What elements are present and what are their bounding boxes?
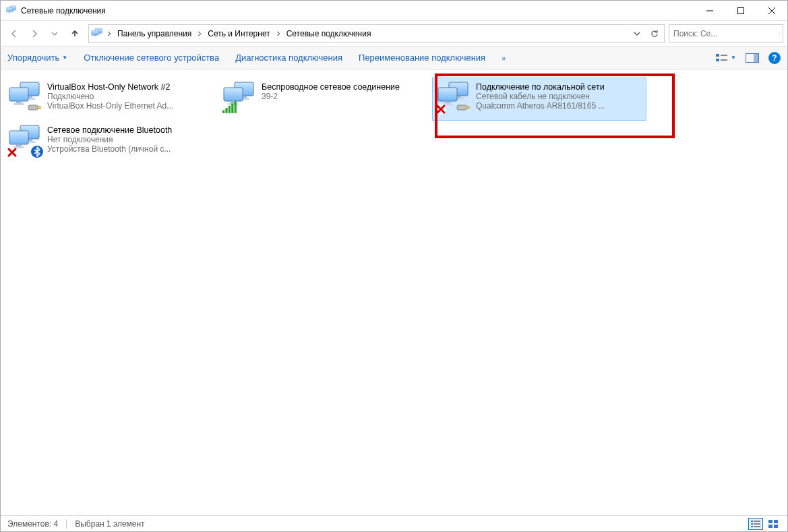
content-area: VirtualBox Host-Only Network #2 Подключе… (1, 69, 787, 515)
breadcrumb-1[interactable]: Сеть и Интернет (205, 26, 272, 42)
svg-rect-22 (754, 53, 759, 62)
chevron-right-icon[interactable] (105, 26, 113, 42)
connection-status: 39-2 (262, 92, 427, 101)
connection-status: Нет подключения (47, 135, 213, 144)
nav-back-button[interactable] (5, 24, 24, 43)
chevron-down-icon: ▼ (731, 55, 736, 61)
svg-rect-20 (721, 59, 727, 61)
connection-name: Сетевое подключение Bluetooth (47, 125, 213, 135)
network-adapter-icon (437, 81, 471, 113)
connection-status: Подключено (47, 92, 213, 101)
organize-menu[interactable]: Упорядочить ▼ (7, 53, 67, 63)
breadcrumb-2[interactable]: Сетевые подключения (284, 26, 374, 42)
navbar: Панель управления Сеть и Интернет Сетевы… (1, 21, 787, 47)
connection-item-selected[interactable]: Подключение по локальной сети Сетевой ка… (432, 78, 646, 121)
svg-rect-30 (774, 520, 778, 523)
svg-rect-17 (716, 54, 719, 57)
connection-name: Беспроводное сетевое соединение (262, 82, 427, 92)
nav-history-dropdown[interactable] (45, 24, 64, 43)
network-adapter-icon (8, 81, 42, 113)
error-x-icon (435, 104, 446, 115)
titlebar: Сетевые подключения (1, 1, 787, 21)
refresh-button[interactable] (646, 26, 663, 42)
search-icon[interactable] (779, 29, 780, 38)
chevron-right-icon[interactable] (195, 26, 204, 42)
search-input[interactable] (672, 28, 776, 39)
search-box[interactable] (669, 24, 783, 43)
connection-device: VirtualBox Host-Only Ethernet Ad... (47, 101, 213, 111)
app-icon (6, 5, 17, 16)
svg-rect-25 (751, 523, 753, 525)
connection-device: Qualcomm Atheros AR8161/8165 ... (476, 101, 642, 111)
breadcrumb-0[interactable]: Панель управления (115, 26, 194, 42)
status-bar: Элементов: 4 Выбран 1 элемент (1, 515, 787, 531)
large-icons-view-button[interactable] (766, 518, 781, 530)
connection-status: Сетевой кабель не подключен (476, 92, 642, 101)
separator (66, 519, 67, 529)
minimize-button[interactable] (694, 1, 725, 21)
wifi-signal-icon (222, 101, 237, 113)
chevron-down-icon: ▼ (62, 55, 67, 61)
connection-item[interactable]: Сетевое подключение Bluetooth Нет подклю… (3, 121, 218, 164)
svg-rect-18 (716, 59, 719, 61)
svg-point-16 (779, 33, 779, 34)
connection-device: Устройства Bluetooth (личной с... (47, 144, 213, 154)
diagnose-button[interactable]: Диагностика подключения (235, 53, 342, 63)
disable-device-button[interactable]: Отключение сетевого устройства (84, 53, 219, 63)
svg-rect-19 (721, 55, 727, 56)
error-x-icon (7, 147, 18, 158)
rename-button[interactable]: Переименование подключения (359, 53, 485, 63)
nav-up-button[interactable] (65, 24, 84, 43)
command-bar: Упорядочить ▼ Отключение сетевого устрой… (1, 47, 787, 69)
chevron-right-icon[interactable] (274, 26, 282, 42)
connection-name: VirtualBox Host-Only Network #2 (47, 82, 213, 92)
svg-rect-24 (754, 521, 760, 522)
connection-item[interactable]: Беспроводное сетевое соединение 39-2 (218, 78, 432, 121)
overflow-button[interactable]: » (502, 54, 506, 62)
connection-item[interactable]: VirtualBox Host-Only Network #2 Подключе… (3, 78, 218, 121)
status-item-count: Элементов: 4 (7, 519, 58, 529)
svg-rect-15 (738, 7, 744, 13)
maximize-button[interactable] (725, 1, 756, 21)
connection-name: Подключение по локальной сети (476, 82, 642, 92)
bluetooth-icon (31, 146, 43, 158)
details-view-button[interactable] (748, 518, 763, 530)
svg-rect-31 (768, 525, 772, 528)
view-options-button[interactable]: ▼ (716, 53, 736, 63)
close-button[interactable] (756, 1, 787, 21)
svg-rect-32 (774, 525, 778, 528)
preview-pane-button[interactable] (746, 51, 759, 65)
address-dropdown-button[interactable] (629, 26, 645, 42)
window-title: Сетевые подключения (21, 6, 694, 16)
svg-rect-27 (751, 526, 753, 527)
svg-rect-29 (768, 520, 772, 523)
svg-rect-28 (754, 526, 760, 527)
nav-forward-button[interactable] (25, 24, 44, 43)
status-selection: Выбран 1 элемент (75, 519, 144, 529)
svg-rect-23 (751, 521, 753, 522)
address-bar[interactable]: Панель управления Сеть и Интернет Сетевы… (88, 24, 665, 43)
help-button[interactable]: ? (768, 52, 781, 64)
location-icon (90, 27, 104, 40)
network-adapter-icon (222, 81, 256, 113)
network-adapter-icon (8, 124, 42, 156)
organize-label: Упорядочить (7, 53, 59, 63)
svg-rect-26 (754, 523, 760, 525)
